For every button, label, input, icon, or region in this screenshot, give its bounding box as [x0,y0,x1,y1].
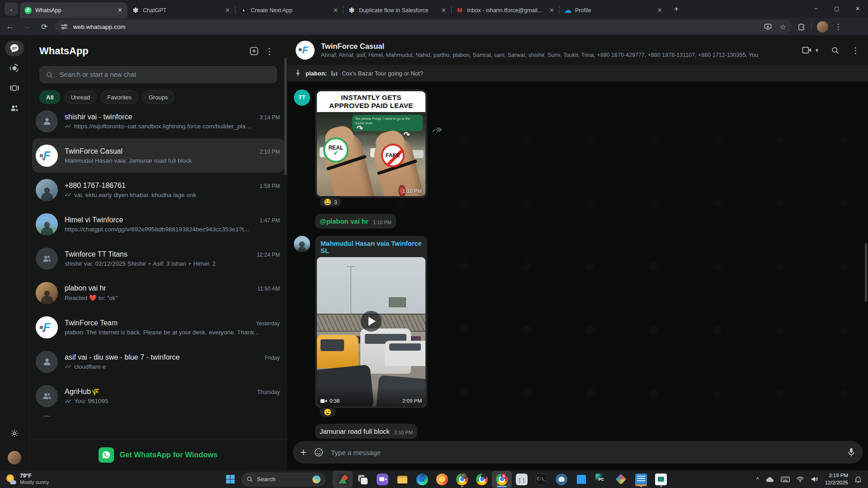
attach-plus-icon[interactable]: + [300,447,307,458]
app-icon-1[interactable] [333,471,353,488]
settings-nav-button[interactable] [5,426,24,441]
bookmark-star-icon[interactable]: ☆ [778,22,788,31]
mic-icon[interactable] [847,447,855,457]
chat-list-item[interactable]: +880 1767-1867611:59 PM ✓✓vai, ektu earl… [29,173,287,207]
search-input[interactable]: Search or start a new chat [39,66,277,83]
chat-list-item[interactable]: shishir vai - twinforce3:14 PM ✓✓https:/… [29,104,287,138]
postgresql-icon[interactable] [552,471,571,488]
sender-avatar[interactable]: TT [294,89,310,106]
meme-image[interactable]: INSTANTLY GETS APPROVED PAID LEAVE Yes p… [317,91,425,196]
tab-whatsapp[interactable]: ✆ WhatsApp ✕ [20,2,127,18]
weather-widget[interactable]: 79°F Mostly sunny [0,473,90,485]
chat-app-icon[interactable] [373,471,392,488]
forward-button[interactable]: → [20,19,34,34]
install-app-icon[interactable] [763,22,772,31]
chat-list-item-selected[interactable]: F TwinForce Casual2:10 PM Mahmudul Hasan… [32,138,284,173]
chat-header[interactable]: F TwinForce Casual Ahnaf, Ahnaf, asif, H… [288,35,868,65]
close-window-button[interactable]: ✕ [847,0,868,17]
tab-profile[interactable]: ☁ Profile ✕ [560,2,667,18]
start-button[interactable] [222,471,239,488]
communities-nav-button[interactable] [5,100,24,116]
pycharm-icon[interactable]: PC [591,471,611,488]
chat-menu-icon[interactable]: ⋮ [851,45,860,56]
tab-create-next-app[interactable]: ▲ Create Next App ✕ [236,2,343,18]
firefox-icon[interactable] [432,471,452,488]
tab-chatgpt[interactable]: ✻ ChatGPT ✕ [127,2,235,18]
tab-close-icon[interactable]: ✕ [548,6,556,14]
tab-close-icon[interactable]: ✕ [332,6,340,14]
task-view-button[interactable] [353,471,373,488]
tab-gmail-inbox[interactable]: M Inbox - ishann.tforce@gmail.co ✕ [452,2,559,18]
video-thumbnail[interactable]: 0:38 2:09 PM [317,257,425,406]
chat-scrollbar[interactable] [865,243,867,302]
profile-avatar[interactable] [8,451,21,465]
sender-avatar[interactable] [294,236,310,252]
minimize-button[interactable]: – [806,0,826,17]
back-button[interactable]: ← [3,19,17,34]
monitor-app-icon[interactable] [512,471,532,488]
taskpro-app-icon[interactable] [651,471,671,488]
notification-bell-icon[interactable] [854,475,862,483]
new-chat-button[interactable] [246,43,262,59]
play-button-icon[interactable] [361,311,382,332]
tab-close-icon[interactable]: ✕ [656,6,664,14]
onedrive-icon[interactable] [765,476,774,483]
extensions-icon[interactable] [797,22,806,31]
sidebar-menu-button[interactable]: ⋮ [262,43,277,59]
chat-list-item[interactable]: F TwinForce TeamYesterday plabon: The In… [29,310,287,344]
video-call-button[interactable]: ▼ [802,46,819,54]
chat-list-item[interactable]: Twinforce TT Titans12:24 PM shishir vai:… [29,241,287,276]
tab-close-icon[interactable]: ✕ [440,6,448,14]
tab-salesforce-flow[interactable]: ✻ Duplicate flow in Salesforce ✕ [344,2,451,18]
chrome-active-icon[interactable]: S [492,471,512,488]
filter-unread[interactable]: Unread [64,90,97,104]
filter-groups[interactable]: Groups [142,90,175,104]
reload-button[interactable]: ⟳ [37,19,52,34]
reaction-pill[interactable]: 😮 [319,407,336,418]
sidebar-scrollbar[interactable] [284,58,287,175]
image-bubble[interactable]: INSTANTLY GETS APPROVED PAID LEAVE Yes p… [315,89,427,198]
taskbar-clock[interactable]: 3:19 PM 12/2/2025 [825,472,848,486]
chat-list-item[interactable]: plabon vai hr11:50 AM Reacted ❤️ to: "ok… [29,276,287,310]
wifi-icon[interactable] [796,476,804,483]
chat-list-item[interactable]: Himel vi Twinforce1:47 PM https://chatgp… [29,207,287,241]
status-nav-button[interactable] [5,61,24,76]
touch-keyboard-icon[interactable] [781,476,790,483]
tab-close-icon[interactable]: ✕ [116,6,124,14]
filter-all[interactable]: All [39,90,61,104]
mention-text[interactable]: @plabon vai hr [320,217,368,225]
new-tab-button[interactable]: + [670,3,683,15]
site-settings-icon[interactable] [60,22,69,31]
forward-icon[interactable] [432,126,442,229]
address-bar[interactable]: web.whatsapp.com ☆ [55,20,792,33]
video-bubble[interactable]: Mahmudul Hasan vaia Twinforce SL [315,236,427,408]
chat-list-item[interactable]: asif vai - diu swe - blue 7 - twinforceF… [29,344,287,379]
diamond-app-icon[interactable] [611,471,631,488]
edge-icon[interactable] [412,471,432,488]
maximize-button[interactable]: ▢ [826,0,847,17]
search-chat-icon[interactable] [831,46,840,55]
volume-icon[interactable] [811,476,819,483]
chat-list-item[interactable]: AgriHub🌾Thursday ✓✓You: 961095 [29,379,287,413]
composer-placeholder[interactable]: Type a message [331,449,840,456]
vscode-icon[interactable] [571,471,591,488]
chat-list-item[interactable]: Sumi A Diu cse 57Thursday [29,413,287,417]
chats-nav-button[interactable] [5,41,24,56]
notes-app-icon[interactable] [631,471,651,488]
file-explorer-icon[interactable] [392,471,412,488]
tab-search-button[interactable]: ⌄ [5,2,18,16]
tab-close-icon[interactable]: ✕ [224,6,231,14]
tray-chevron-icon[interactable]: ^ [756,476,759,483]
browser-menu-icon[interactable]: ⋮ [834,22,843,31]
terminal-icon[interactable]: C:\_ [532,471,552,488]
group-avatar[interactable]: F [296,41,315,60]
channels-nav-button[interactable] [5,80,24,96]
browser-profile-avatar[interactable] [817,21,828,33]
chrome-profile2-icon[interactable] [472,471,492,488]
taskbar-search[interactable]: Search [241,473,326,486]
chrome-profile1-icon[interactable] [452,471,472,488]
reaction-pill[interactable]: 😂 3 [319,197,342,207]
message-composer[interactable]: + Type a message [293,441,863,464]
get-whatsapp-banner[interactable]: Get WhatsApp for Windows [29,439,287,470]
filter-favorites[interactable]: Favorites [100,90,138,104]
